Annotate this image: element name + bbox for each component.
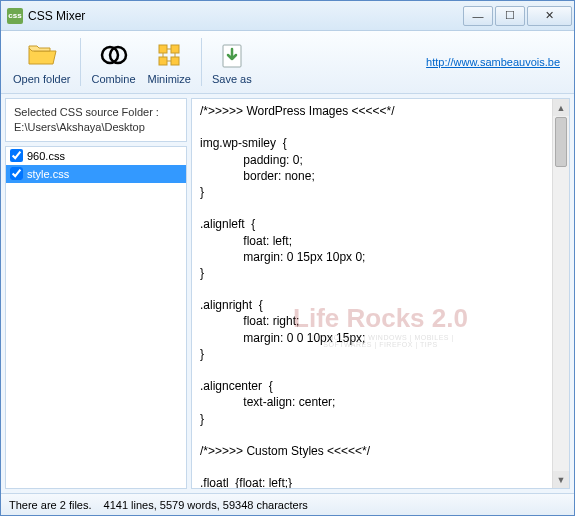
combine-button[interactable]: Combine: [85, 33, 141, 91]
save-as-label: Save as: [212, 73, 252, 85]
window-title: CSS Mixer: [28, 9, 463, 23]
statusbar: There are 2 files. 4141 lines, 5579 word…: [1, 493, 574, 515]
toolbar-separator: [80, 38, 81, 86]
left-panel: Selected CSS source Folder : E:\Users\Ak…: [5, 98, 187, 489]
open-folder-label: Open folder: [13, 73, 70, 85]
svg-rect-4: [159, 57, 167, 65]
save-as-button[interactable]: Save as: [206, 33, 258, 91]
folder-open-icon: [26, 39, 58, 71]
code-content[interactable]: /*>>>>> WordPress Images <<<<<*/ img.wp-…: [192, 99, 552, 488]
app-icon: css: [7, 8, 23, 24]
minimize-window-button[interactable]: —: [463, 6, 493, 26]
minimize-icon: [153, 39, 185, 71]
scroll-down-arrow[interactable]: ▼: [553, 471, 569, 488]
folder-path: E:\Users\Akshaya\Desktop: [14, 120, 178, 135]
file-checkbox[interactable]: [10, 167, 23, 180]
website-link[interactable]: http://www.sambeauvois.be: [426, 56, 560, 68]
svg-rect-2: [159, 45, 167, 53]
file-item[interactable]: style.css: [6, 165, 186, 183]
file-item[interactable]: 960.css: [6, 147, 186, 165]
vertical-scrollbar[interactable]: ▲ ▼: [552, 99, 569, 488]
folder-label: Selected CSS source Folder :: [14, 105, 178, 120]
file-name: style.css: [27, 168, 69, 180]
toolbar-separator: [201, 38, 202, 86]
svg-rect-5: [171, 57, 179, 65]
code-panel: /*>>>>> WordPress Images <<<<<*/ img.wp-…: [191, 98, 570, 489]
combine-icon: [98, 39, 130, 71]
svg-rect-3: [171, 45, 179, 53]
minimize-label: Minimize: [148, 73, 191, 85]
status-file-count: There are 2 files.: [9, 499, 92, 511]
scroll-up-arrow[interactable]: ▲: [553, 99, 569, 116]
minimize-button[interactable]: Minimize: [142, 33, 197, 91]
file-checkbox[interactable]: [10, 149, 23, 162]
file-list[interactable]: 960.css style.css: [5, 146, 187, 489]
maximize-window-button[interactable]: ☐: [495, 6, 525, 26]
save-icon: [216, 39, 248, 71]
window-controls: — ☐ ✕: [463, 6, 572, 26]
open-folder-button[interactable]: Open folder: [7, 33, 76, 91]
scroll-thumb[interactable]: [555, 117, 567, 167]
toolbar: Open folder Combine Minimize Save as htt…: [1, 31, 574, 94]
titlebar[interactable]: css CSS Mixer — ☐ ✕: [1, 1, 574, 31]
status-stats: 4141 lines, 5579 words, 59348 characters: [104, 499, 308, 511]
combine-label: Combine: [91, 73, 135, 85]
body-area: Selected CSS source Folder : E:\Users\Ak…: [1, 94, 574, 493]
app-window: css CSS Mixer — ☐ ✕ Open folder Combine …: [0, 0, 575, 516]
folder-info: Selected CSS source Folder : E:\Users\Ak…: [5, 98, 187, 142]
close-window-button[interactable]: ✕: [527, 6, 572, 26]
file-name: 960.css: [27, 150, 65, 162]
